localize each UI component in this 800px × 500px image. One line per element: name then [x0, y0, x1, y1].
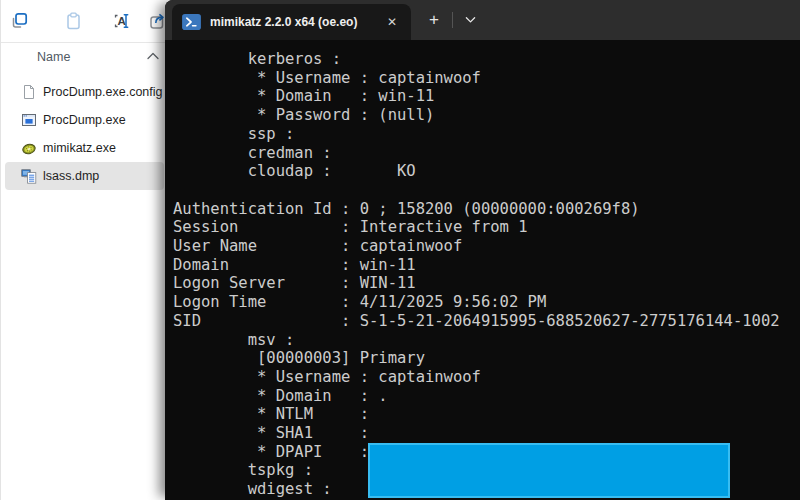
file-list-header: Name	[1, 44, 165, 74]
chevron-down-icon	[465, 16, 476, 24]
redaction-box	[368, 443, 730, 498]
paste-icon	[63, 11, 83, 31]
file-row[interactable]: mimikatz.exe	[1, 134, 165, 162]
tab-close-icon[interactable]: ✕	[383, 13, 401, 31]
file-name: ProcDump.exe	[43, 113, 126, 127]
terminal-output: kerberos : * Username : captainwoof * Do…	[173, 50, 780, 499]
explorer-toolbar: A	[1, 0, 165, 43]
kiwi-icon	[21, 140, 37, 156]
svg-text:A: A	[118, 15, 126, 27]
file-list: ProcDump.exe.config	[1, 78, 165, 190]
file-explorer-panel: A Name	[0, 0, 165, 500]
new-tab-button[interactable]: +	[421, 8, 447, 32]
tab-bar-separator	[452, 12, 453, 28]
copy-button[interactable]	[9, 11, 31, 33]
paste-button[interactable]	[63, 11, 85, 33]
terminal-tab-bar: mimikatz 2.2.0 x64 (oe.eo) ✕ +	[165, 0, 800, 40]
terminal-window: mimikatz 2.2.0 x64 (oe.eo) ✕ + kerberos …	[165, 0, 800, 500]
file-name: lsass.dmp	[43, 169, 99, 183]
file-row[interactable]: ProcDump.exe	[1, 106, 165, 134]
powershell-icon	[182, 14, 201, 30]
file-name: mimikatz.exe	[43, 141, 116, 155]
copy-icon	[9, 11, 29, 31]
terminal-screen[interactable]: kerberos : * Username : captainwoof * Do…	[165, 40, 800, 500]
dump-file-icon	[21, 168, 37, 184]
application-icon	[21, 112, 37, 128]
rename-button[interactable]: A	[112, 11, 134, 33]
file-row[interactable]: lsass.dmp	[5, 162, 164, 190]
terminal-tab-mimikatz[interactable]: mimikatz 2.2.0 x64 (oe.eo) ✕	[172, 4, 411, 40]
tab-dropdown-button[interactable]	[458, 8, 482, 32]
scrollbar-up-icon[interactable]	[147, 46, 159, 54]
rename-icon: A	[112, 11, 132, 31]
file-name: ProcDump.exe.config	[43, 85, 163, 99]
file-row[interactable]: ProcDump.exe.config	[1, 78, 165, 106]
tab-title: mimikatz 2.2.0 x64 (oe.eo)	[210, 15, 377, 29]
name-column-header[interactable]: Name	[37, 50, 70, 64]
config-file-icon	[21, 84, 37, 100]
